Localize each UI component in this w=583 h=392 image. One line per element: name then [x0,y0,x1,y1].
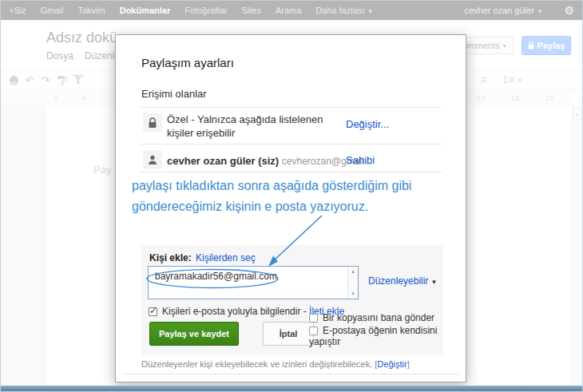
send-copy-checkbox[interactable] [309,314,318,323]
input-scrollbar[interactable]: ▴ ▾ [347,267,358,299]
divider [140,144,442,145]
paste-item-label: E-postaya öğenin kendisini yapıştır [309,325,437,347]
add-people-label: Kişi ekle: [149,252,192,263]
permission-dropdown[interactable]: Düzenleyebilir▼ [368,275,437,287]
invite-emails-input[interactable]: bayramakadir56@gmail.com ▴ ▾ [148,266,359,299]
annotation-line-2: göndereceğimiz kişinin e posta yazıyoruz… [132,196,459,217]
who-has-access-header: Erişimi olanlar [141,88,207,100]
dialog-title: Paylaşım ayarları [141,56,234,69]
choose-from-contacts-link[interactable]: Kişilerden seç [196,252,256,263]
paste-item-checkbox[interactable] [309,327,318,335]
paste-item-row: E-postaya öğenin kendisini yapıştır [309,325,443,347]
footer-bracket-close: ] [407,359,410,369]
notify-label: Kişileri e-posta yoluyla bilgilendir - [162,306,309,317]
person-icon [143,150,162,169]
footer-change-link[interactable]: Değiştir [377,359,407,369]
screenshot-root: +Siz Gmail Takvim Dokümanlar Fotoğraflar… [0,0,583,392]
owner-role-label: Sahibi [346,154,375,166]
change-access-link[interactable]: Değiştir... [346,118,389,130]
owner-name: cevher ozan güler (siz) [167,155,279,167]
owner-row-text: cevher ozan güler (siz) cevherozan@gmail… [167,154,347,168]
window-bottom-edge [1,386,582,391]
sharing-settings-dialog: Paylaşım ayarları Erişimi olanlar Özel -… [115,34,466,382]
scroll-down-icon[interactable]: ▾ [351,291,355,297]
divider [140,107,442,108]
notify-checkbox[interactable]: ✓ [149,307,157,316]
annotation-line-1: paylaşı tıkladıktan sonra aşağıda göster… [132,176,459,196]
permission-label: Düzenleyebilir [368,275,428,287]
cancel-button[interactable]: İptal [263,322,314,346]
footer-text: Düzenleyenler kişi ekleyebilecek ve izin… [141,359,372,369]
send-copy-row: Bir kopyasını bana gönder [309,312,443,323]
check-icon: ✓ [149,305,157,316]
triangle-down-icon: ▼ [430,279,437,286]
lock-icon [143,113,162,133]
editors-permission-note: Düzenleyenler kişi ekleyebilecek ve izin… [141,359,410,369]
tutorial-annotation: paylaşı tıkladıktan sonra aşağıda göster… [132,176,459,217]
divider [140,172,442,172]
invite-email-value: bayramakadir56@gmail.com [155,271,277,282]
send-copy-label: Bir kopyasını bana gönder [323,312,434,323]
private-access-text: Özel - Yalnızca aşağıda listelenen kişil… [167,113,351,140]
scroll-up-icon[interactable]: ▴ [351,268,355,275]
share-and-save-button[interactable]: Paylaş ve kaydet [149,322,239,346]
divider [122,374,459,374]
add-people-section: Kişi ekle: Kişilerden seç bayramakadir56… [141,245,443,355]
